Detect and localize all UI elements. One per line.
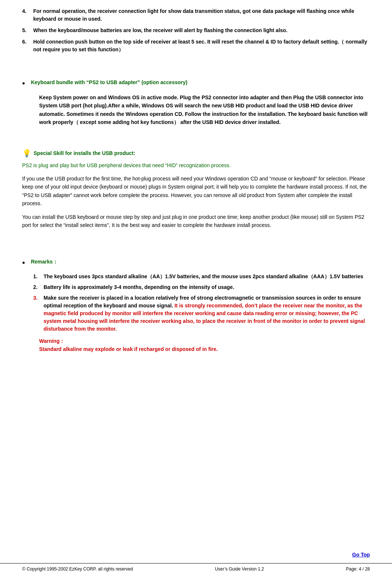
keyboard-bundle-header: • Keyboard bundle with “PS2 to USB adapt…: [22, 79, 370, 88]
intro-item-4: 4. For normal operation, the receiver co…: [22, 7, 370, 23]
item-6-text: Hold connection push button on the top s…: [33, 38, 370, 54]
item-4-text: For normal operation, the receiver conne…: [33, 7, 370, 23]
bullet-dot-2: •: [22, 258, 25, 268]
go-top-link[interactable]: Go Top: [352, 552, 370, 558]
page-footer: © Copyright 1995-2002 EzKey CORP. all ri…: [0, 563, 392, 572]
footer-page: Page: 4 / 28: [346, 566, 370, 572]
remark-1-text: The keyboard uses 3pcs standard alkaline…: [44, 273, 363, 280]
remark-item-1: 1. The keyboard uses 3pcs standard alkal…: [33, 273, 370, 280]
item-6-num: 6.: [22, 38, 33, 54]
remark-1-num: 1.: [33, 273, 44, 280]
remark-2-num: 2.: [33, 283, 44, 291]
item-5-num: 5.: [22, 27, 33, 34]
remarks-section: • Remarks： 1. The keyboard uses 3pcs sta…: [22, 259, 370, 352]
special-skill-header: 💡 Special Skill for installs the USB pro…: [22, 149, 370, 158]
keyboard-bundle-title: Keyboard bundle with “PS2 to USB adapter…: [31, 79, 188, 85]
remark-3-num: 3.: [33, 294, 44, 333]
footer-copyright: © Copyright 1995-2002 EzKey CORP. all ri…: [22, 566, 133, 572]
item-5-text: When the keyboard/mouse batteries are lo…: [33, 27, 288, 34]
intro-list: 4. For normal operation, the receiver co…: [22, 7, 370, 54]
warning-text: Standard alkaline may explode or leak if…: [39, 346, 370, 352]
keyboard-bundle-section: • Keyboard bundle with “PS2 to USB adapt…: [22, 79, 370, 127]
special-skill-para1: If you use the USB product for the first…: [22, 175, 370, 208]
remark-item-2: 2. Battery life is approximately 3-4 mon…: [33, 283, 370, 291]
ps2-note: PS2 is plug and play but for USB periphe…: [22, 161, 370, 169]
warning-label: Warning：: [39, 338, 370, 345]
intro-item-5: 5. When the keyboard/mouse batteries are…: [22, 27, 370, 34]
remarks-title: Remarks：: [31, 259, 58, 265]
remark-3-content: Make sure the receiver is placed in a lo…: [44, 294, 370, 333]
special-skill-title: Special Skill for installs the USB produ…: [34, 150, 135, 156]
remark-item-3: 3. Make sure the receiver is placed in a…: [33, 294, 370, 333]
item-4-num: 4.: [22, 7, 33, 23]
bullet-dot-1: •: [22, 79, 25, 88]
keyboard-bundle-body: Keep System power on and Windows OS in a…: [39, 93, 370, 127]
lightbulb-icon: 💡: [22, 149, 31, 158]
remarks-header: • Remarks：: [22, 259, 370, 268]
warning-section: Warning： Standard alkaline may explode o…: [39, 338, 370, 352]
remark-2-text: Battery life is approximately 3-4 months…: [44, 283, 234, 291]
remarks-list: 1. The keyboard uses 3pcs standard alkal…: [33, 273, 370, 333]
go-top-container: Go Top: [352, 552, 370, 558]
intro-item-6: 6. Hold connection push button on the to…: [22, 38, 370, 54]
footer-guide: User’s Guide Version 1.2: [215, 566, 264, 572]
special-skill-section: 💡 Special Skill for installs the USB pro…: [22, 149, 370, 230]
special-skill-para2: You can install the USB keyboard or mous…: [22, 213, 370, 230]
